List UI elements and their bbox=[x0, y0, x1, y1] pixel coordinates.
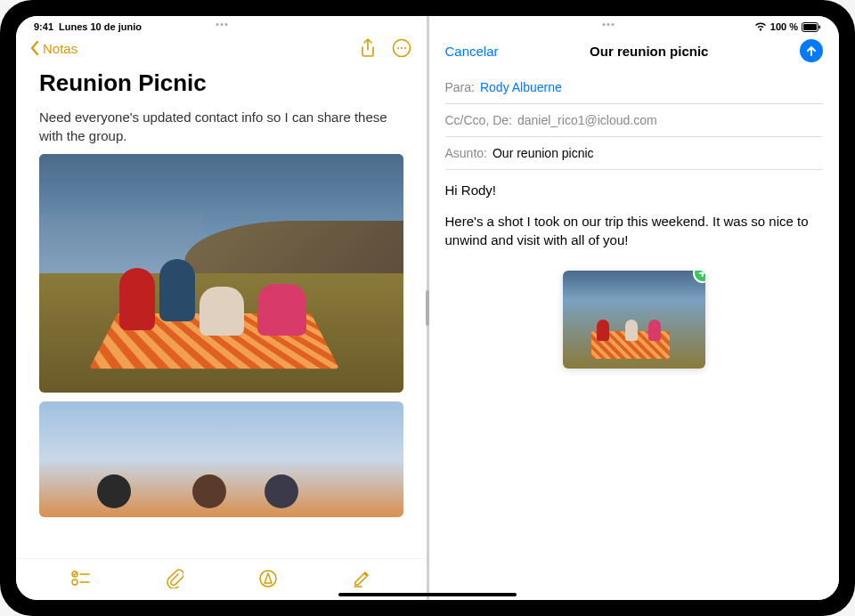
status-battery-text: 100 % bbox=[770, 21, 798, 32]
status-left: 9:41 Lunes 10 de junio bbox=[34, 21, 142, 32]
mail-pane: Cancelar Our reunion picnic Para: Rody A… bbox=[429, 16, 840, 600]
home-indicator[interactable] bbox=[338, 593, 517, 596]
mail-attachment[interactable]: + bbox=[563, 271, 705, 369]
compose-icon bbox=[352, 569, 371, 588]
subject-value: Our reunion picnic bbox=[493, 146, 594, 160]
chevron-left-icon bbox=[30, 41, 39, 55]
ellipsis-circle-icon bbox=[392, 38, 411, 58]
notes-header-actions bbox=[357, 37, 412, 59]
mail-fields: Para: Rody Albuerne Cc/Cco, De: daniel_r… bbox=[429, 71, 840, 170]
split-view-divider[interactable] bbox=[427, 16, 429, 600]
more-button[interactable] bbox=[391, 37, 412, 59]
cc-label: Cc/Cco, De: bbox=[445, 113, 512, 127]
checklist-button[interactable] bbox=[70, 568, 92, 589]
notes-pane: Notas Reunion Picnic Need everyone's upd… bbox=[16, 16, 427, 600]
back-label: Notas bbox=[43, 41, 77, 56]
battery-icon bbox=[802, 22, 821, 32]
note-photo-1[interactable] bbox=[39, 154, 403, 393]
ipad-device-frame: 9:41 Lunes 10 de junio 100 % bbox=[0, 0, 855, 616]
to-label: Para: bbox=[445, 80, 475, 94]
svg-point-6 bbox=[403, 47, 405, 49]
share-button[interactable] bbox=[357, 37, 379, 59]
svg-point-4 bbox=[396, 47, 398, 49]
cc-field[interactable]: Cc/Cco, De: daniel_rico1@icloud.com bbox=[445, 104, 824, 137]
back-button[interactable]: Notas bbox=[30, 41, 77, 56]
attachment-container: + bbox=[445, 271, 824, 369]
markup-button[interactable] bbox=[257, 568, 279, 589]
wifi-icon bbox=[754, 22, 767, 31]
paperclip-icon bbox=[166, 569, 183, 588]
svg-rect-2 bbox=[819, 25, 821, 28]
mail-greeting: Hi Rody! bbox=[445, 181, 824, 199]
to-field[interactable]: Para: Rody Albuerne bbox=[445, 71, 824, 104]
status-date: Lunes 10 de junio bbox=[59, 21, 142, 32]
attachment-button[interactable] bbox=[164, 568, 185, 589]
svg-point-5 bbox=[400, 47, 402, 49]
note-photo-2[interactable] bbox=[39, 401, 403, 517]
subject-field[interactable]: Asunto: Our reunion picnic bbox=[445, 137, 824, 170]
share-icon bbox=[360, 38, 376, 58]
send-button[interactable] bbox=[800, 39, 823, 62]
multitasking-handle-left[interactable] bbox=[216, 23, 228, 26]
mail-title: Our reunion picnic bbox=[590, 44, 708, 59]
note-content[interactable]: Reunion Picnic Need everyone's updated c… bbox=[16, 66, 427, 558]
cc-value: daniel_rico1@icloud.com bbox=[517, 113, 657, 127]
multitasking-handle-right[interactable] bbox=[603, 23, 615, 26]
svg-rect-1 bbox=[803, 24, 817, 30]
status-right: 100 % bbox=[754, 21, 821, 32]
mail-text: Here's a shot I took on our trip this we… bbox=[445, 212, 824, 249]
cancel-button[interactable]: Cancelar bbox=[445, 44, 499, 59]
note-body: Need everyone's updated contact info so … bbox=[39, 108, 403, 145]
add-attachment-badge[interactable]: + bbox=[693, 271, 705, 283]
mail-body[interactable]: Hi Rody! Here's a shot I took on our tri… bbox=[429, 170, 840, 379]
markup-icon bbox=[258, 569, 278, 588]
checklist-icon bbox=[71, 571, 91, 587]
svg-point-9 bbox=[72, 580, 77, 585]
new-note-button[interactable] bbox=[351, 568, 372, 589]
subject-label: Asunto: bbox=[445, 146, 487, 160]
status-bar: 9:41 Lunes 10 de junio 100 % bbox=[16, 16, 839, 34]
to-value: Rody Albuerne bbox=[480, 80, 562, 94]
plus-icon: + bbox=[698, 271, 705, 280]
screen: 9:41 Lunes 10 de junio 100 % bbox=[16, 16, 839, 600]
note-title: Reunion Picnic bbox=[39, 69, 403, 97]
arrow-up-icon bbox=[805, 45, 818, 57]
status-time: 9:41 bbox=[34, 21, 53, 32]
